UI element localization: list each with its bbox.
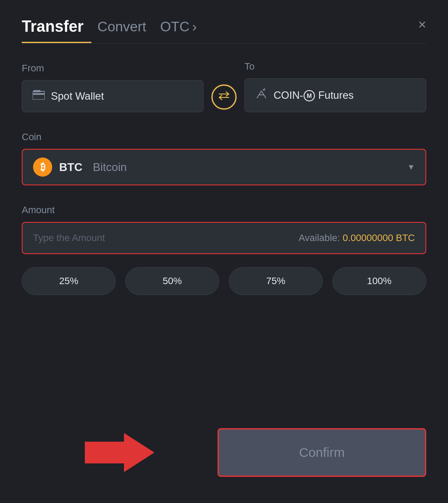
futures-icon: [255, 88, 267, 102]
transfer-modal: Transfer Convert OTC › × From Spot Walle…: [0, 0, 448, 503]
amount-label: Amount: [22, 205, 426, 216]
to-wallet-name: COIN-M Futures: [274, 89, 354, 102]
pct-50-button[interactable]: 50%: [125, 267, 219, 295]
confirm-button[interactable]: Confirm: [217, 428, 426, 477]
arrow-indicator: [22, 429, 217, 476]
from-to-row: From Spot Wallet: [22, 61, 426, 112]
svg-marker-3: [85, 433, 154, 472]
swap-button-wrapper: [204, 84, 244, 112]
svg-rect-2: [33, 90, 40, 92]
coin-symbol: BTC: [59, 161, 82, 174]
tab-otc[interactable]: OTC ›: [160, 19, 197, 41]
chevron-right-icon: ›: [192, 19, 197, 35]
amount-input[interactable]: [33, 232, 299, 244]
from-wallet-name: Spot Wallet: [51, 90, 104, 102]
btc-icon: ₿: [33, 158, 52, 177]
from-label: From: [22, 63, 204, 74]
bottom-spacer: [22, 429, 217, 476]
available-label: Available:: [299, 232, 340, 243]
tab-transfer[interactable]: Transfer: [22, 17, 84, 42]
close-button[interactable]: ×: [418, 17, 426, 37]
tab-otc-label: OTC: [160, 19, 190, 35]
from-wallet-selector[interactable]: Spot Wallet: [22, 80, 204, 112]
btc-glyph: ₿: [40, 161, 45, 173]
percentage-row: 25% 50% 75% 100%: [22, 267, 426, 295]
swap-arrows-icon: [218, 91, 230, 103]
bottom-section: Confirm: [22, 428, 426, 477]
tab-convert[interactable]: Convert: [97, 19, 146, 41]
amount-field-box: Available: 0.00000000 BTC: [22, 222, 426, 254]
coin-dropdown-arrow-icon: ▼: [407, 163, 415, 172]
header-tabs: Transfer Convert OTC › ×: [22, 17, 426, 42]
coin-full-name: Bitcoin: [93, 161, 127, 174]
coin-selector[interactable]: ₿ BTC Bitcoin ▼: [22, 149, 426, 185]
pct-75-button[interactable]: 75%: [229, 267, 323, 295]
available-balance: Available: 0.00000000 BTC: [299, 232, 415, 244]
from-field-group: From Spot Wallet: [22, 63, 204, 112]
header-divider: [22, 43, 426, 44]
pct-100-button[interactable]: 100%: [332, 267, 426, 295]
svg-rect-0: [33, 91, 45, 100]
to-field-group: To COIN-M Futures: [244, 61, 426, 112]
to-label: To: [244, 61, 426, 72]
wallet-card-icon: [33, 90, 45, 102]
available-value: 0.00000000 BTC: [343, 232, 415, 243]
swap-button[interactable]: [211, 84, 237, 110]
svg-rect-1: [33, 93, 45, 95]
coin-label: Coin: [22, 131, 426, 143]
pct-25-button[interactable]: 25%: [22, 267, 116, 295]
to-wallet-selector[interactable]: COIN-M Futures: [244, 78, 426, 112]
red-arrow-icon: [85, 429, 154, 476]
